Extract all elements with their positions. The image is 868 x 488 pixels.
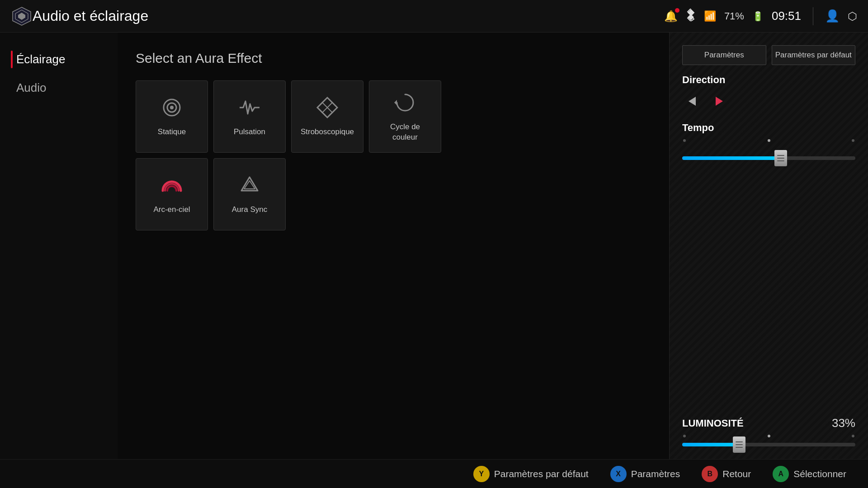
panel-top-buttons: Paramètres Paramètres par défaut: [682, 45, 855, 65]
effect-pulsation[interactable]: Pulsation: [213, 80, 286, 153]
luminosite-section: LUMINOSITÉ 33%: [682, 416, 855, 446]
parametres-button[interactable]: Paramètres: [682, 45, 766, 65]
header: Audio et éclairage 🔔 📶 71% 🔋 09:51 👤 ⬡: [0, 0, 868, 33]
a-button-label: Sélectionner: [793, 469, 846, 479]
luminosite-slider-fill: [682, 443, 739, 446]
battery-percentage: 71%: [724, 10, 744, 22]
header-icons: 🔔 📶 71% 🔋 09:51 👤 ⬡: [664, 7, 857, 25]
stroboscopique-icon: [316, 96, 339, 122]
svg-point-5: [170, 106, 174, 109]
asus-logo-icon: [11, 5, 33, 27]
battery-icon: 🔋: [752, 11, 764, 22]
dot-3: [852, 139, 854, 142]
arc-en-ciel-label: Arc-en-ciel: [153, 205, 190, 215]
bottom-action-bar: Y Paramètres par défaut X Paramètres B R…: [0, 459, 868, 488]
aura-sync-label: Aura Sync: [232, 205, 267, 215]
tempo-section: Tempo: [682, 122, 855, 160]
direction-section: Direction: [682, 74, 855, 111]
effect-selection-area: Select an Aura Effect Statique: [118, 33, 669, 459]
luminosite-slider-track[interactable]: [682, 443, 855, 446]
effect-stroboscopique[interactable]: Stroboscopique: [291, 80, 363, 153]
pulsation-label: Pulsation: [234, 127, 265, 137]
section-title: Select an Aura Effect: [136, 51, 651, 66]
pulsation-icon: [238, 96, 261, 122]
lum-dot-2: [768, 435, 770, 437]
tempo-label: Tempo: [682, 122, 855, 134]
action-x[interactable]: X Paramètres: [610, 466, 680, 482]
defaut-button[interactable]: Paramètres par défaut: [772, 45, 856, 65]
x-button-icon: X: [610, 466, 627, 482]
svg-marker-12: [689, 97, 696, 106]
y-button-icon: Y: [473, 466, 490, 482]
tempo-slider-thumb[interactable]: [774, 150, 787, 166]
svg-marker-9: [394, 100, 397, 105]
luminosite-header: LUMINOSITÉ 33%: [682, 416, 855, 430]
wifi-icon: 📶: [704, 10, 716, 22]
luminosite-value: 33%: [832, 416, 855, 430]
action-a[interactable]: A Sélectionner: [773, 466, 846, 482]
clock-display: 09:51: [772, 9, 801, 23]
svg-marker-13: [716, 97, 723, 106]
sidebar-item-eclairage[interactable]: Éclairage: [11, 51, 107, 68]
direction-label: Direction: [682, 74, 855, 86]
luminosite-slider-thumb[interactable]: [733, 436, 745, 453]
effect-cycle-couleur[interactable]: Cycle decouleur: [369, 80, 441, 153]
page-title: Audio et éclairage: [33, 8, 664, 24]
thumb-grip: [777, 155, 784, 161]
luminosite-label: LUMINOSITÉ: [682, 418, 744, 429]
direction-left-button[interactable]: [682, 91, 702, 111]
direction-right-button[interactable]: [709, 91, 729, 111]
tempo-slider-track[interactable]: [682, 156, 855, 160]
statique-icon: [160, 96, 184, 122]
dot-1: [683, 139, 686, 142]
statique-label: Statique: [158, 127, 186, 137]
bluetooth-icon: [686, 9, 696, 24]
lum-dot-3: [852, 435, 854, 437]
panel-spacer: [682, 167, 855, 409]
action-b[interactable]: B Retour: [702, 466, 751, 482]
direction-controls: [682, 91, 855, 111]
stroboscopique-label: Stroboscopique: [301, 127, 354, 137]
notification-icon[interactable]: 🔔: [664, 10, 678, 23]
y-button-label: Paramètres par défaut: [494, 469, 589, 479]
arc-en-ciel-icon: [160, 174, 184, 200]
main-content: Éclairage Audio Select an Aura Effect St…: [0, 33, 868, 459]
a-button-icon: A: [773, 466, 789, 482]
cycle-couleur-label: Cycle decouleur: [390, 122, 420, 142]
settings-panel: Paramètres Paramètres par défaut Directi…: [669, 33, 868, 459]
b-button-label: Retour: [722, 469, 751, 479]
x-button-label: Paramètres: [631, 469, 680, 479]
svg-marker-11: [244, 181, 255, 189]
dot-2: [768, 139, 770, 142]
system-menu-icon[interactable]: ⬡: [848, 10, 857, 23]
effect-statique[interactable]: Statique: [136, 80, 208, 153]
luminosite-dots: [682, 435, 855, 437]
sidebar-item-audio[interactable]: Audio: [11, 79, 107, 97]
user-icon[interactable]: 👤: [825, 9, 840, 23]
effect-aura-sync[interactable]: Aura Sync: [213, 158, 286, 230]
action-y[interactable]: Y Paramètres par défaut: [473, 466, 589, 482]
cycle-couleur-icon: [393, 91, 417, 117]
lum-thumb-grip: [736, 441, 743, 448]
tempo-dots: [682, 139, 855, 142]
lum-dot-1: [683, 435, 686, 437]
effect-grid: Statique Pulsation: [136, 80, 651, 230]
aura-sync-icon: [238, 174, 261, 200]
header-divider: [813, 7, 813, 25]
b-button-icon: B: [702, 466, 718, 482]
sidebar: Éclairage Audio: [0, 33, 118, 459]
effect-arc-en-ciel[interactable]: Arc-en-ciel: [136, 158, 208, 230]
tempo-slider-fill: [682, 156, 781, 160]
